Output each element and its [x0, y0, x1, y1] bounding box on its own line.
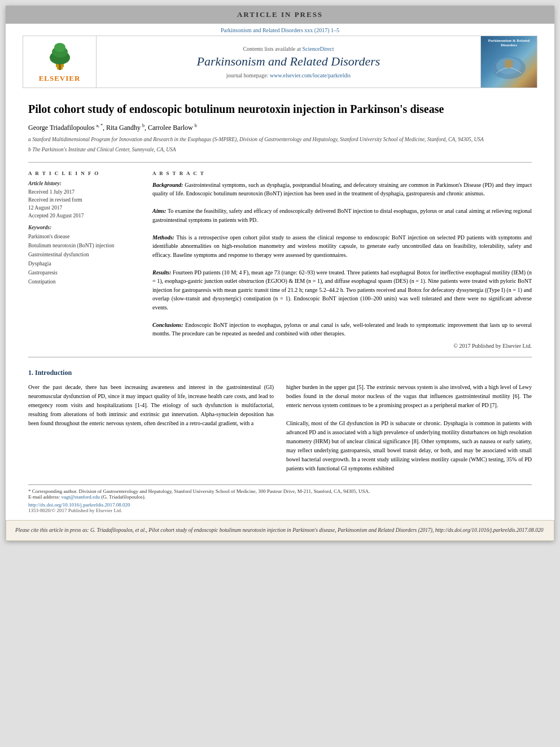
citation-text: Please cite this article in press as: G.… [15, 527, 543, 533]
sciencedirect-link[interactable]: ScienceDirect [302, 46, 334, 52]
journal-title-area: Contents lists available at ScienceDirec… [97, 36, 480, 88]
cover-illustration [485, 48, 533, 82]
keywords-list: Parkinson's disease Botulinum neurotoxin… [28, 232, 141, 287]
affiliation-b: b The Parkinson's Institute and Clinical… [28, 146, 532, 154]
keyword-4: Gastroparesis [28, 268, 141, 277]
aims-text: To examine the feasibility, safety and e… [152, 208, 532, 223]
article-in-press-banner: ARTICLE IN PRESS [6, 6, 554, 24]
elsevier-logo-area: ELSEVIER [23, 36, 97, 88]
intro-col-right: higher burden in the upper gut [5]. The … [286, 383, 532, 473]
abstract-panel: A B S T R A C T Background: Gastrointest… [152, 171, 532, 349]
cover-title: Parkinsonism & Related Disorders [483, 38, 535, 48]
methods-text: This is a retrospective open cohort pilo… [152, 234, 532, 258]
author-rita: Rita Gandhy b, [106, 124, 148, 132]
aims-label: Aims: [152, 208, 166, 214]
email-suffix: (G. Triadafilopoulos). [101, 494, 146, 500]
journal-header: ELSEVIER Contents lists available at Sci… [23, 36, 537, 88]
issn-line: 1353-8020/© 2017 Published by Elsevier L… [28, 508, 532, 513]
author-carrolee: Carrolee Barlow b [148, 124, 197, 132]
footnotes: * Corresponding author. Division of Gast… [28, 484, 532, 513]
email-note: E-mail address: vagt@stanford.edu (G. Tr… [28, 494, 532, 500]
copyright-line: © 2017 Published by Elsevier Ltd. [152, 343, 532, 349]
elsevier-brand: ELSEVIER [39, 74, 81, 83]
svg-rect-5 [59, 64, 61, 70]
citation-bar: Please cite this article in press as: G.… [6, 520, 554, 541]
doi-link[interactable]: http://dx.doi.org/10.1016/j.parkreldis.2… [28, 502, 532, 508]
journal-cover-image: Parkinsonism & Related Disorders [481, 36, 537, 88]
background-label: Background: [152, 182, 183, 188]
article-title: Pilot cohort study of endoscopic botulin… [28, 102, 532, 116]
author-george: George Triadafilopoulos a, *, [28, 124, 106, 132]
introduction-section: 1. Introduction Over the past decade, th… [28, 369, 532, 473]
divider-1 [28, 162, 532, 163]
affiliation-b-text: b The Parkinson's Institute and Clinical… [28, 147, 176, 152]
journal-homepage: journal homepage: www.elsevier.com/locat… [226, 72, 351, 78]
sciencedirect-label: Contents lists available at [243, 46, 300, 52]
keyword-2: Gastrointestinal dysfunction [28, 250, 141, 259]
keyword-3: Dysphagia [28, 259, 141, 268]
journal-ref: Parkinsonism and Related Disorders xxx (… [6, 24, 554, 36]
conclusions-text: Endoscopic BoNT injection to esophagus, … [152, 322, 532, 337]
intro-para-right-1: higher burden in the upper gut [5]. The … [286, 383, 532, 410]
keyword-0: Parkinson's disease [28, 232, 141, 241]
keywords-label: Keywords: [28, 225, 141, 230]
homepage-label: journal homepage: [226, 72, 269, 78]
received-date: Received 1 July 2017 Received in revised… [28, 188, 141, 220]
history-label: Article history: [28, 181, 141, 186]
introduction-columns: Over the past decade, there has been inc… [28, 383, 532, 473]
elsevier-tree-icon [40, 41, 80, 72]
article-info-heading: A R T I C L E I N F O [28, 171, 141, 176]
keyword-5: Constipation [28, 277, 141, 286]
authors-line: George Triadafilopoulos a, *, Rita Gandh… [28, 123, 532, 132]
content-area: Pilot cohort study of endoscopic botulin… [6, 102, 554, 513]
journal-title: Parkinsonism and Related Disorders [197, 54, 380, 69]
keyword-1: Botulinum neurotoxin (BoNT) injection [28, 241, 141, 250]
intro-para-1: Over the past decade, there has been inc… [28, 383, 274, 428]
article-info-abstract: A R T I C L E I N F O Article history: R… [28, 171, 532, 349]
conclusions-label: Conclusions: [152, 322, 183, 328]
svg-point-4 [54, 43, 65, 52]
intro-col-left: Over the past decade, there has been inc… [28, 383, 274, 473]
homepage-link[interactable]: www.elsevier.com/locate/parkreldis [270, 72, 351, 78]
affiliation-a-text: a Stanford Multidimensional Program for … [28, 137, 484, 142]
introduction-heading: 1. Introduction [28, 369, 532, 377]
email-address[interactable]: vagt@stanford.edu [61, 494, 100, 500]
corresponding-note: * Corresponding author. Division of Gast… [28, 488, 532, 494]
page-container: ARTICLE IN PRESS Parkinsonism and Relate… [6, 6, 554, 541]
results-label: Results: [152, 269, 171, 276]
affiliation-a: a Stanford Multidimensional Program for … [28, 136, 532, 143]
background-text: Gastrointestinal symptoms, such as dysph… [152, 182, 532, 197]
svg-point-9 [504, 59, 513, 68]
journal-ref-text: Parkinsonism and Related Disorders xxx (… [221, 27, 339, 33]
intro-para-right-2: Clinically, most of the GI dysfunction i… [286, 419, 532, 473]
journal-cover: Parkinsonism & Related Disorders [480, 36, 537, 88]
banner-text: ARTICLE IN PRESS [237, 10, 323, 19]
results-text: Fourteen PD patients (10 M; 4 F), mean a… [152, 269, 532, 311]
email-label: E-mail address: [28, 494, 60, 500]
divider-2 [28, 357, 532, 357]
methods-label: Methods: [152, 234, 174, 241]
corresponding-text: * Corresponding author. Division of Gast… [28, 488, 370, 494]
sciencedirect-line: Contents lists available at ScienceDirec… [243, 46, 334, 52]
abstract-body: Background: Gastrointestinal symptoms, s… [152, 181, 532, 338]
abstract-heading: A B S T R A C T [152, 171, 532, 176]
article-info-panel: A R T I C L E I N F O Article history: R… [28, 171, 141, 349]
elsevier-logo: ELSEVIER [39, 41, 81, 83]
